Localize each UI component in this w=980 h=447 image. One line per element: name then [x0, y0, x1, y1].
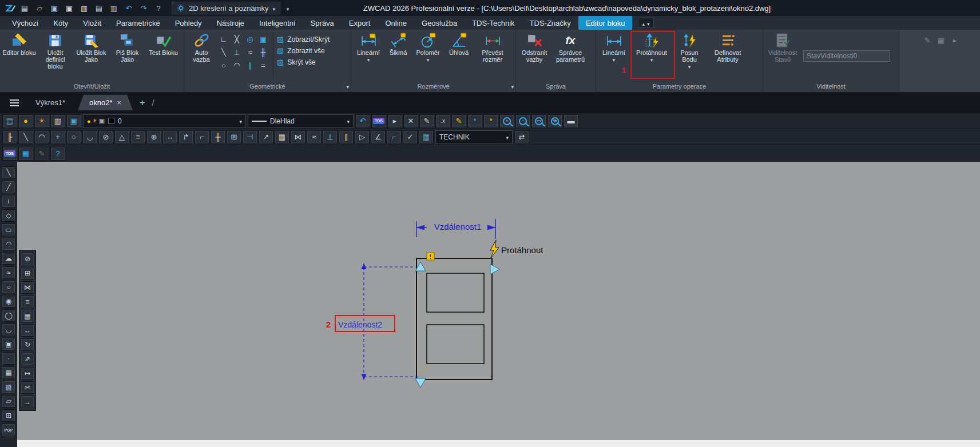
layer-lock-icon[interactable]: ▣ [66, 114, 81, 128]
array-icon[interactable]: ▦ [21, 310, 34, 322]
vertical-constraint-icon[interactable]: ◠ [231, 59, 243, 71]
doc-tab-okno2[interactable]: okno2* × [78, 95, 133, 110]
hatch-icon[interactable]: ▦ [2, 366, 15, 379]
point-icon[interactable]: ∙ [2, 352, 15, 365]
redo-icon[interactable]: ↷ [137, 2, 150, 14]
panel-toggle-icon[interactable]: ▦ [935, 34, 947, 46]
dim-linear-icon[interactable]: ↔ [162, 130, 177, 144]
table-icon[interactable]: ⊞ [2, 409, 15, 422]
show-hide-constraints-button[interactable]: ▧ Zobrazit/Skrýt [277, 35, 343, 43]
arc-icon[interactable]: ◠ [2, 238, 15, 250]
visibility-state-field[interactable]: StavViditelnosti0 [803, 50, 890, 62]
fix-constraint-icon[interactable]: ∟ [217, 33, 230, 45]
tds-badge-icon[interactable]: TDS [371, 114, 386, 128]
equal-constraint-icon[interactable]: = [257, 59, 269, 71]
rotate-icon[interactable]: ↻ [21, 338, 34, 351]
insert-block-icon[interactable]: ▣ [2, 338, 15, 350]
new-file-icon[interactable]: ▤ [18, 2, 31, 14]
region-icon[interactable]: ▱ [2, 395, 15, 408]
circle-tool-icon[interactable]: ○ [66, 130, 81, 144]
print-icon[interactable]: ▤ [92, 2, 106, 14]
weld-symbol-icon[interactable]: ⋈ [291, 130, 305, 144]
axis-target-icon[interactable]: + [50, 130, 65, 144]
tab-editor-bloku[interactable]: Editor bloku [578, 16, 633, 30]
zoom-out-icon[interactable]: − [515, 114, 530, 128]
layer-freeze-icon[interactable]: ☀ [34, 114, 49, 128]
tab-tds-znacky[interactable]: TDS-Značky [522, 16, 578, 30]
undo-mini-icon[interactable]: ↶ [355, 114, 370, 128]
save-block-as-button[interactable]: Uložit Blok Jako [73, 31, 109, 82]
symmetric-constraint-icon[interactable]: ╫ [257, 46, 269, 58]
stretch-tool-icon[interactable]: ↦ [21, 367, 34, 380]
layer-on-icon[interactable]: ● [18, 114, 33, 128]
concentric-constraint-icon[interactable]: ◎ [244, 33, 256, 45]
tab-nastroje[interactable]: Nástroje [209, 16, 252, 30]
plot-preview-icon[interactable]: ▥ [107, 2, 121, 14]
xref-panel-icon[interactable]: ▦ [18, 147, 33, 161]
copy-icon[interactable]: ▥ [77, 2, 91, 14]
polygon-icon[interactable]: ◇ [2, 209, 15, 222]
tab-geosluzba[interactable]: Geoslužba [414, 16, 465, 30]
panel-launcher-icon[interactable] [511, 82, 514, 91]
open-file-icon[interactable]: ▱ [33, 2, 46, 14]
dim-chain-icon[interactable]: ╫ [211, 130, 225, 144]
linetype-dropdown[interactable]: DleHlad [248, 114, 354, 128]
menu-icon[interactable] [6, 97, 23, 109]
delete-constraints-button[interactable]: Odstranit vazby [517, 31, 552, 82]
visibility-states-button[interactable]: Viditelnost Stavů [764, 31, 801, 82]
zoom-extents-icon[interactable]: ▭ [531, 114, 546, 128]
tab-parametricke[interactable]: Parametrické [109, 16, 168, 30]
wall-tool-icon[interactable]: ╟ [2, 130, 17, 144]
table-edit-icon[interactable]: ▦ [275, 130, 289, 144]
dim-radial-button[interactable]: Poloměr [412, 31, 444, 82]
quick-dim-icon[interactable]: ⇄ [514, 130, 529, 144]
smooth-constraint-icon[interactable]: ≈ [244, 46, 256, 58]
center-cross-icon[interactable]: ⊕ [146, 130, 161, 144]
scale-icon[interactable]: ⇗ [21, 353, 34, 365]
show-all-constraints-button[interactable]: ▧ Zobrazit vše [277, 46, 343, 55]
pgp-icon[interactable]: PGP [2, 424, 15, 436]
hatch-align-icon[interactable]: ≡ [130, 130, 145, 144]
dot-x-icon[interactable]: .x [435, 114, 450, 128]
help-icon[interactable]: ? [152, 2, 165, 14]
dim-break-icon[interactable]: ⊣ [243, 130, 257, 144]
erase-icon[interactable]: ⊘ [21, 253, 34, 265]
dim-style-dropdown[interactable]: TECHNIK [435, 130, 513, 144]
dim-linear-button[interactable]: Lineární [352, 31, 384, 82]
circle-icon[interactable]: ○ [2, 281, 15, 293]
auto-constrain-button[interactable]: Auto vazba [185, 31, 217, 82]
spline-icon[interactable]: ≈ [2, 266, 15, 279]
copy-tool-icon[interactable]: ⊞ [21, 267, 34, 280]
tab-online[interactable]: Online [378, 16, 414, 30]
select-cursor-icon[interactable]: ▸ [387, 114, 402, 128]
leader-note-icon[interactable]: ↗ [259, 130, 273, 144]
drawing-canvas[interactable] [17, 162, 980, 447]
text-flag-icon[interactable]: ▷ [355, 130, 370, 144]
tab-export[interactable]: Export [342, 16, 378, 30]
block-editor-button[interactable]: Editor bloku [1, 31, 37, 82]
dim-leader-icon[interactable]: ↱ [178, 130, 193, 144]
edit-visibility-icon[interactable]: ✎ [921, 34, 934, 46]
workspace-menu-button[interactable] [281, 2, 295, 14]
hide-all-constraints-button[interactable]: ▧ Skrýt vše [277, 58, 343, 66]
arc-start-icon[interactable]: ◡ [82, 130, 97, 144]
zoom-in-icon[interactable]: + [499, 114, 514, 128]
dim-convert-button[interactable]: Převést rozměr [474, 31, 511, 82]
panel-launcher-icon[interactable] [346, 82, 349, 91]
match-properties-icon[interactable]: ✎ [451, 114, 466, 128]
parallel-mark-icon[interactable]: ∥ [339, 130, 354, 144]
finish-mark-icon[interactable]: ✓ [403, 130, 418, 144]
smart-select-icon[interactable]: * [467, 114, 482, 128]
layer-isolate-icon[interactable]: ▥ [50, 114, 65, 128]
workspace-selector[interactable]: 2D kreslení a poznámky [172, 2, 280, 14]
gradient-icon[interactable]: ▨ [2, 381, 15, 393]
tab-tds-technik[interactable]: TDS-Technik [465, 16, 522, 30]
save-all-icon[interactable]: ▣ [62, 2, 76, 14]
zoom-previous-icon[interactable]: % [547, 114, 562, 128]
trim-icon[interactable]: ✂ [21, 381, 34, 394]
perpendicular-constraint-icon[interactable]: ⊥ [231, 46, 243, 58]
save-block-definition-button[interactable]: Uložit definici bloku [37, 31, 73, 82]
donut-tool-icon[interactable]: ⊘ [98, 130, 113, 144]
rectangle-icon[interactable]: ▭ [2, 224, 15, 236]
tab-koty[interactable]: Kóty [46, 16, 76, 30]
